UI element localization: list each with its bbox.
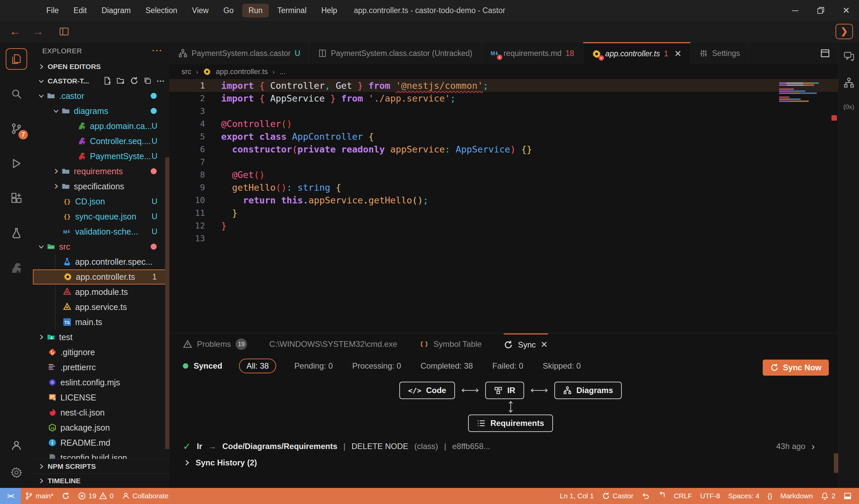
filter-all-38[interactable]: All: 38: [239, 359, 276, 373]
collapse-all-icon[interactable]: [143, 76, 152, 85]
tree-item-validation-sche-[interactable]: Mvalidation-sche...U: [33, 224, 169, 239]
flow-node-ir[interactable]: IR: [485, 382, 524, 399]
indent-indicator[interactable]: Spaces: 4: [724, 488, 763, 504]
menu-file[interactable]: File: [40, 4, 65, 17]
search-icon[interactable]: [6, 83, 27, 105]
undo-icon[interactable]: [637, 488, 654, 504]
workspace-root-section[interactable]: CASTOR-T... ···: [33, 74, 169, 88]
tree-item-eslint-config-mjs[interactable]: eslint.config.mjs: [33, 375, 169, 390]
sidebar-scrollbar[interactable]: [165, 157, 169, 449]
tree-item-nest-cli-json[interactable]: nest-cli.json: [33, 405, 169, 420]
sync-history-row[interactable]: ✓ Ir → Code/Diagrams/Requirements | DELE…: [183, 441, 838, 452]
tree-item-controller-seq-[interactable]: Controller.seq....U: [33, 134, 169, 149]
source-control-icon[interactable]: 7: [6, 118, 27, 139]
filter-failed-0[interactable]: Failed: 0: [491, 359, 525, 373]
chat-icon[interactable]: [843, 50, 855, 62]
tree-item-test[interactable]: test: [33, 330, 169, 345]
open-chat-button[interactable]: ❯: [835, 24, 853, 39]
chevron-right-icon[interactable]: ›: [811, 441, 815, 452]
panel-scrollbar[interactable]: [834, 453, 838, 473]
tree-item--prettierrc[interactable]: .prettierrc: [33, 360, 169, 375]
panel-tab-sync[interactable]: Sync ✕: [504, 333, 547, 355]
filter-processing-0[interactable]: Processing: 0: [351, 359, 402, 373]
flow-node-code[interactable]: </> Code: [399, 382, 455, 399]
explorer-icon[interactable]: [6, 48, 27, 70]
more-actions-icon[interactable]: ···: [152, 46, 163, 56]
panel-layout-icon[interactable]: [840, 488, 856, 504]
tree-item-paymentsyste-[interactable]: PaymentSyste...U: [33, 149, 169, 164]
tree-item-app-module-ts[interactable]: app.module.ts: [33, 284, 169, 300]
tab-settings[interactable]: Settings: [691, 42, 749, 64]
tree-item-main-ts[interactable]: TSmain.ts: [33, 315, 169, 330]
breadcrumb-more[interactable]: ...: [280, 67, 286, 76]
notifications-bell[interactable]: 2: [817, 488, 840, 504]
code-line-1[interactable]: 1import { Controller, Get } from '@nestj…: [169, 79, 838, 92]
code-editor[interactable]: 1import { Controller, Get } from '@nestj…: [169, 79, 838, 333]
new-file-icon[interactable]: [103, 76, 112, 85]
problems-indicator[interactable]: 19 0: [74, 488, 118, 504]
tab-requirements-md[interactable]: M × requirements.md 18: [482, 42, 583, 64]
forward-arrow-icon[interactable]: →: [32, 25, 44, 38]
code-line-4[interactable]: 4@Controller(): [169, 117, 838, 130]
layout-icon[interactable]: [59, 27, 69, 36]
tree-item--gitignore[interactable]: .gitignore: [33, 345, 169, 360]
editor-scrollbar[interactable]: [829, 79, 838, 333]
flow-node-diagrams[interactable]: Diagrams: [554, 382, 622, 399]
tree-item-license[interactable]: LICENSE: [33, 390, 169, 405]
flow-node-requirements[interactable]: Requirements: [468, 414, 553, 432]
menu-go[interactable]: Go: [217, 4, 240, 17]
timeline-section[interactable]: TIMELINE: [33, 473, 169, 488]
sync-indicator[interactable]: [58, 488, 74, 504]
filter-completed-38[interactable]: Completed: 38: [419, 359, 474, 373]
code-line-13[interactable]: 13: [169, 232, 838, 245]
back-arrow-icon[interactable]: ←: [10, 25, 21, 38]
account-icon[interactable]: [6, 435, 27, 456]
menu-view[interactable]: View: [186, 4, 214, 17]
tab-app-controller-ts[interactable]: × app.controller.ts 1 ✕: [583, 42, 691, 64]
tree-item-sync-queue-json[interactable]: {}sync-queue.jsonU: [33, 209, 169, 224]
code-line-2[interactable]: 2import { AppService } from './app.servi…: [169, 92, 838, 105]
menu-run[interactable]: Run: [242, 4, 269, 17]
npm-scripts-section[interactable]: NPM SCRIPTS: [33, 459, 169, 473]
testing-flask-icon[interactable]: [6, 222, 27, 244]
tree-item-specifications[interactable]: specifications: [33, 179, 169, 194]
refresh-icon[interactable]: [130, 76, 139, 85]
panel-tab-problems[interactable]: Problems 19: [183, 333, 247, 355]
castor-dino-icon[interactable]: [6, 257, 27, 279]
code-line-9[interactable]: 9 getHello(): string {: [169, 181, 838, 194]
code-line-8[interactable]: 8 @Get(): [169, 168, 838, 181]
tree-item-app-service-ts[interactable]: app.service.ts: [33, 300, 169, 315]
encoding-indicator[interactable]: UTF-8: [696, 488, 724, 504]
castor-status[interactable]: Castor: [598, 488, 637, 504]
minimap[interactable]: [779, 82, 823, 105]
language-indicator[interactable]: Markdown: [776, 488, 817, 504]
tab-paymentsystem-untracked[interactable]: PaymentSystem.class.castor (Untracked): [310, 42, 482, 64]
sync-history-toggle[interactable]: Sync History (2): [183, 458, 838, 468]
filter-skipped-0[interactable]: Skipped: 0: [541, 359, 582, 373]
code-line-12[interactable]: 12}: [169, 219, 838, 232]
tree-item-app-controller-ts[interactable]: app.controller.ts1: [33, 269, 169, 284]
extensions-icon[interactable]: [6, 188, 27, 209]
minimize-button[interactable]: ─: [783, 0, 808, 21]
more-icon[interactable]: ···: [157, 76, 165, 86]
code-line-11[interactable]: 11 }: [169, 206, 838, 219]
menu-terminal[interactable]: Terminal: [271, 4, 313, 17]
cursor-position[interactable]: Ln 1, Col 1: [556, 488, 598, 504]
tab-paymentsystem-class-castor[interactable]: PaymentSystem.class.castor U: [169, 42, 310, 64]
breadcrumb-file[interactable]: app.controller.ts: [216, 67, 268, 76]
code-line-6[interactable]: 6 constructor(private readonly appServic…: [169, 143, 838, 156]
menu-edit[interactable]: Edit: [67, 4, 93, 17]
code-line-3[interactable]: 3: [169, 105, 838, 117]
tree-item-app-controller-spec-[interactable]: app.controller.spec...: [33, 254, 169, 269]
menu-help[interactable]: Help: [315, 4, 343, 17]
restore-button[interactable]: [808, 0, 833, 21]
code-line-5[interactable]: 5export class AppController {: [169, 130, 838, 143]
close-button[interactable]: ✕: [833, 0, 859, 21]
braces-indicator[interactable]: {}: [763, 488, 776, 504]
tree-item--castor[interactable]: .castor: [33, 89, 169, 104]
tree-item-cd-json[interactable]: {}CD.jsonU: [33, 194, 169, 209]
split-editor-icon[interactable]: [820, 42, 838, 64]
settings-gear-icon[interactable]: [6, 462, 27, 483]
diagram-nodes-icon[interactable]: [843, 77, 855, 89]
collaborate-button[interactable]: Collaborate: [118, 488, 172, 504]
